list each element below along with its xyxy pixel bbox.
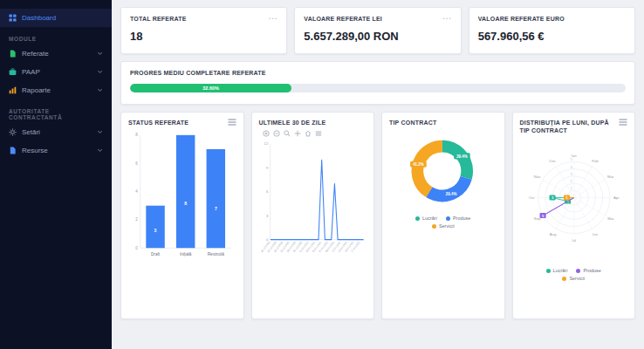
stat-value: 5.657.289,00 RON <box>304 30 451 43</box>
bar-chart-icon <box>9 86 17 94</box>
chart-card-ultimele-30-zile: ULTIMELE 30 DE ZILE 03691220.12.202022.1… <box>251 112 375 319</box>
chevron-down-icon <box>97 147 103 154</box>
legend-item[interactable]: Produse <box>576 268 601 273</box>
document-icon <box>9 50 17 58</box>
svg-text:Dec: Dec <box>549 159 556 163</box>
svg-text:Aug: Aug <box>549 232 556 236</box>
svg-text:4: 4 <box>135 189 138 194</box>
svg-text:Iul: Iul <box>572 238 576 243</box>
progress-label: 32.60% <box>202 86 219 91</box>
svg-text:7: 7 <box>215 206 217 211</box>
sidebar-item-label: Dashboard <box>22 14 103 22</box>
chart-card-distributia-pe-luni: DISTRIBUȚIA PE LUNI, DUPĂ TIP CONTRACT I… <box>512 112 636 319</box>
svg-text:8: 8 <box>135 133 138 138</box>
sidebar-item-label: PAAP <box>22 68 92 76</box>
svg-text:Feb: Feb <box>592 159 599 163</box>
status-referate-bar-chart: 024683Draft8Inițială7Revizuită <box>128 128 236 269</box>
sidebar-item-label: Setări <box>22 128 92 136</box>
chart-title: ULTIMELE 30 DE ZILE <box>259 119 326 127</box>
legend-item[interactable]: Lucrări <box>415 216 437 221</box>
chart-card-tip-contract: TIP CONTRACT 29.4%29.4%41.2% LucrăriProd… <box>381 112 505 319</box>
svg-text:29.4%: 29.4% <box>456 154 468 159</box>
legend-item[interactable]: Produse <box>446 216 471 221</box>
sidebar-item-label: Referate <box>22 50 92 58</box>
chart-menu-icon[interactable] <box>619 119 627 126</box>
distributia-radar-chart: IanFebMarAprMaiIunIulAugSepOctNovDec1234… <box>520 136 628 264</box>
menu-icon[interactable] <box>315 130 322 137</box>
svg-text:Apr: Apr <box>613 195 619 200</box>
legend-item[interactable]: Lucrări <box>546 268 568 273</box>
stat-card-total-referate: TOTAL REFERATE ... 18 <box>120 7 287 54</box>
chart-title: DISTRIBUȚIA PE LUNI, DUPĂ TIP CONTRACT <box>520 119 616 134</box>
svg-text:6: 6 <box>135 161 138 166</box>
sidebar-item-resurse[interactable]: Resurse <box>0 141 112 160</box>
chevron-down-icon <box>97 69 103 75</box>
svg-text:2: 2 <box>570 180 572 183</box>
sidebar-item-label: Rapoarte <box>22 86 92 94</box>
sidebar-item-rapoarte[interactable]: Rapoarte <box>0 81 112 99</box>
svg-text:3: 3 <box>265 214 268 218</box>
svg-text:6: 6 <box>265 189 268 194</box>
sidebar-item-label: Resurse <box>22 147 92 154</box>
sidebar-section-module: MODULE <box>0 27 112 44</box>
stat-title: VALOARE REFERATE EURO <box>478 15 565 23</box>
briefcase-icon <box>9 68 17 76</box>
legend-item[interactable]: Servicii <box>562 276 585 281</box>
svg-text:Iun: Iun <box>593 232 599 236</box>
progress-title: PROGRES MEDIU COMPLETARE REFERATE <box>130 69 626 77</box>
svg-text:Ian: Ian <box>571 154 577 158</box>
zoom-out-icon[interactable] <box>273 130 280 137</box>
svg-text:3: 3 <box>570 173 572 176</box>
stat-card-valoare-lei: VALOARE REFERATE LEI ... 5.657.289,00 RO… <box>294 7 461 54</box>
chevron-down-icon <box>97 51 103 57</box>
svg-text:5: 5 <box>570 159 572 162</box>
svg-text:9: 9 <box>265 166 268 170</box>
sidebar-item-setari[interactable]: Setări <box>0 123 112 141</box>
svg-text:29.4%: 29.4% <box>446 192 457 196</box>
box-zoom-magnifier-icon[interactable] <box>284 130 291 137</box>
card-menu-button[interactable]: ... <box>269 15 278 18</box>
svg-text:Draft: Draft <box>151 252 161 257</box>
svg-text:0: 0 <box>135 246 138 250</box>
stat-card-valoare-euro: VALOARE REFERATE EURO 567.960,56 € <box>469 7 635 54</box>
stat-title: TOTAL REFERATE <box>130 15 187 23</box>
sidebar-item-dashboard[interactable]: Dashboard <box>0 9 112 27</box>
svg-text:Inițială: Inițială <box>180 252 192 257</box>
svg-text:Oct: Oct <box>528 195 534 200</box>
chart-menu-icon[interactable] <box>228 119 236 126</box>
chevron-down-icon <box>97 129 103 135</box>
chart-card-status-referate: STATUS REFERATE 024683Draft8Inițială7Rev… <box>120 112 244 319</box>
svg-text:3: 3 <box>154 228 157 233</box>
dashboard-grid-icon <box>9 14 17 22</box>
zoom-in-icon[interactable] <box>263 130 270 137</box>
svg-text:Mai: Mai <box>607 217 613 222</box>
stat-value: 18 <box>130 30 277 43</box>
sidebar: Dashboard MODULE Referate PAAP <box>0 0 112 349</box>
chart-title: STATUS REFERATE <box>128 119 188 127</box>
progress-card: PROGRES MEDIU COMPLETARE REFERATE 32.60% <box>120 61 635 105</box>
svg-text:41.2%: 41.2% <box>413 162 424 167</box>
distributia-legend: LucrăriProduseServicii <box>532 268 615 281</box>
card-menu-button[interactable]: ... <box>442 15 452 18</box>
progress-fill: 32.60% <box>130 84 291 92</box>
sidebar-section-autoritate: AUTORITATE CONTRACTANTĂ <box>0 99 112 123</box>
svg-text:1: 1 <box>570 188 572 191</box>
chevron-down-icon <box>97 87 103 93</box>
stat-title: VALOARE REFERATE LEI <box>304 15 382 23</box>
progress-track: 32.60% <box>130 84 626 92</box>
tip-contract-donut-chart: 29.4%29.4%41.2% <box>389 128 497 212</box>
sidebar-item-referate[interactable]: Referate <box>0 44 112 63</box>
legend-item[interactable]: Servicii <box>432 223 455 229</box>
stat-value: 567.960,56 € <box>478 30 626 43</box>
svg-text:2: 2 <box>135 218 138 222</box>
charts-row: STATUS REFERATE 024683Draft8Inițială7Rev… <box>120 112 635 319</box>
svg-text:Nov: Nov <box>533 174 540 179</box>
stats-row: TOTAL REFERATE ... 18 VALOARE REFERATE L… <box>120 7 635 54</box>
svg-text:8: 8 <box>184 201 187 206</box>
svg-text:Mar: Mar <box>607 174 614 179</box>
pan-icon[interactable] <box>294 130 301 137</box>
sidebar-item-paap[interactable]: PAAP <box>0 63 112 81</box>
svg-text:Revizuită: Revizuită <box>208 252 225 257</box>
chart-toolbar <box>263 130 367 137</box>
home-reset-icon[interactable] <box>305 130 312 137</box>
